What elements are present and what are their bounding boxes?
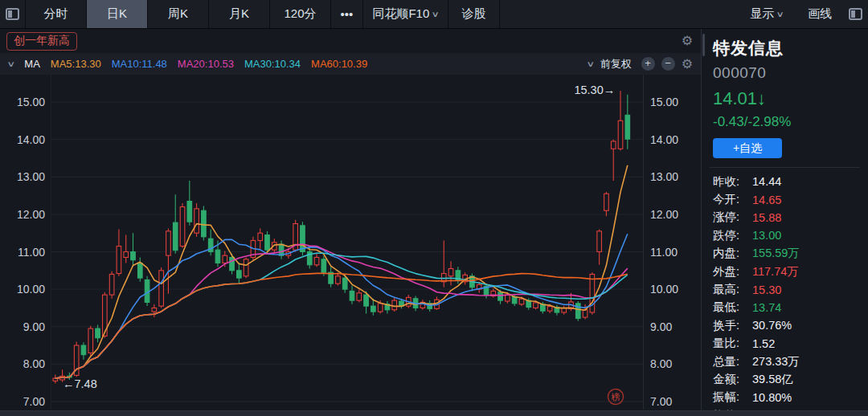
svg-text:11.00: 11.00 bbox=[650, 246, 678, 259]
svg-text:9.00: 9.00 bbox=[23, 320, 45, 333]
candles bbox=[53, 91, 630, 384]
stat-row-9: 量比:1.52 bbox=[713, 335, 860, 353]
stat-label: 外盘: bbox=[713, 264, 752, 279]
stat-value: 14.65 bbox=[752, 194, 781, 206]
ma-items: MA5:13.30MA10:11.48MA20:10.53MA30:10.34M… bbox=[51, 58, 367, 70]
zoom-in-button[interactable]: + bbox=[641, 57, 655, 71]
svg-text:榜: 榜 bbox=[611, 391, 621, 402]
stat-value: 39.58亿 bbox=[752, 372, 793, 387]
stat-label: 金额: bbox=[713, 372, 752, 387]
gear-icon[interactable]: ⚙ bbox=[682, 35, 693, 47]
svg-text:10.00: 10.00 bbox=[650, 283, 678, 296]
stat-label: 换手: bbox=[713, 318, 752, 333]
stock-app-window: 分时日K周K月K120分•••同花顺F10∨诊股 显示∨画线 创一年新高 ⚙ ∨… bbox=[0, 0, 868, 416]
stat-value: 30.76% bbox=[752, 319, 792, 332]
svg-text:14.00: 14.00 bbox=[650, 133, 678, 146]
svg-text:13.00: 13.00 bbox=[17, 170, 45, 183]
tab-3[interactable]: 月K bbox=[209, 0, 270, 28]
svg-text:12.00: 12.00 bbox=[650, 208, 678, 221]
stat-value: 13.00 bbox=[752, 229, 781, 242]
stat-label: 昨收: bbox=[713, 174, 752, 190]
tab-7[interactable]: 诊股 bbox=[448, 0, 500, 28]
stat-row-12: 振幅:10.80% bbox=[713, 389, 860, 406]
ma-value-3: MA20:10.53 bbox=[178, 58, 234, 70]
tab-label: 同花顺F10 bbox=[372, 6, 429, 22]
svg-text:14.00: 14.00 bbox=[17, 133, 45, 146]
candlestick-chart-canvas[interactable]: 15.0015.0014.0014.0013.0013.0012.0012.00… bbox=[0, 75, 701, 410]
toolbar-0[interactable]: 显示∨ bbox=[736, 0, 797, 28]
panel-scrollbar[interactable] bbox=[702, 34, 705, 56]
candlestick-chart[interactable]: 15.0015.0014.0014.0013.0013.0012.0012.00… bbox=[0, 75, 701, 410]
panel-layout-left-button[interactable] bbox=[0, 0, 26, 28]
stat-label: 跌停: bbox=[713, 228, 752, 243]
adjust-mode-label[interactable]: 前复权 bbox=[600, 57, 632, 71]
svg-text:8.00: 8.00 bbox=[650, 357, 672, 370]
stat-row-5: 外盘:117.74万 bbox=[713, 263, 860, 280]
panel-divider bbox=[710, 167, 860, 168]
stat-label: 最低: bbox=[713, 300, 752, 315]
svg-text:15.00: 15.00 bbox=[650, 96, 678, 108]
panel-layout-icon bbox=[6, 8, 19, 20]
chart-section: 创一年新高 ⚙ ∨ MA MA5:13.30MA10:11.48MA20:10.… bbox=[0, 29, 701, 410]
tab-label: 诊股 bbox=[462, 6, 486, 22]
svg-text:13.00: 13.00 bbox=[650, 170, 678, 183]
chart-tool-buttons: 显示∨画线 bbox=[736, 0, 842, 28]
add-watchlist-button[interactable]: +自选 bbox=[713, 138, 782, 158]
stat-row-3: 跌停:13.00 bbox=[713, 226, 860, 244]
ma-value-1: MA5:13.30 bbox=[51, 58, 101, 70]
tab-5[interactable]: ••• bbox=[331, 0, 363, 28]
tab-4[interactable]: 120分 bbox=[270, 0, 331, 28]
tab-label: 显示 bbox=[750, 6, 774, 22]
period-tabs: 分时日K周K月K120分•••同花顺F10∨诊股 bbox=[26, 0, 500, 28]
tab-label: 周K bbox=[168, 6, 188, 22]
stock-name: 特发信息 bbox=[713, 37, 860, 59]
ma-indicator-row: ∨ MA MA5:13.30MA10:11.48MA20:10.53MA30:1… bbox=[0, 53, 701, 75]
stat-row-7: 最低:13.74 bbox=[713, 299, 860, 316]
ma-value-5: MA60:10.39 bbox=[311, 58, 367, 70]
svg-text:10.00: 10.00 bbox=[17, 283, 45, 296]
tab-label: 日K bbox=[107, 6, 127, 22]
toolbar-1[interactable]: 画线 bbox=[797, 0, 842, 28]
tab-2[interactable]: 周K bbox=[148, 0, 209, 28]
quote-panel: 特发信息 000070 14.01↓ -0.43/-2.98% +自选 昨收:1… bbox=[701, 29, 868, 410]
svg-text:7.00: 7.00 bbox=[23, 395, 45, 408]
tab-6[interactable]: 同花顺F10∨ bbox=[363, 0, 448, 28]
stat-value: 1.52 bbox=[752, 337, 775, 350]
price-change: -0.43/-2.98% bbox=[713, 114, 860, 130]
grid-lines bbox=[51, 75, 644, 410]
chart-signal-row: 创一年新高 ⚙ bbox=[0, 29, 701, 53]
ma-controls: ∨ 前复权 + − ⚙ bbox=[588, 57, 693, 71]
stat-row-10: 总量:273.33万 bbox=[713, 353, 860, 370]
tab-1[interactable]: 日K bbox=[87, 0, 148, 28]
stat-label: 涨停: bbox=[713, 210, 752, 225]
stat-label: 振幅: bbox=[713, 389, 752, 405]
new-high-badge: 创一年新高 bbox=[6, 32, 77, 51]
svg-text:12.00: 12.00 bbox=[17, 208, 45, 221]
chevron-down-icon[interactable]: ∨ bbox=[6, 59, 15, 68]
stat-row-6: 最高:15.30 bbox=[713, 280, 860, 298]
ma-value-2: MA10:11.48 bbox=[112, 58, 167, 70]
stat-value: 117.74万 bbox=[752, 264, 799, 279]
panel-layout-icon bbox=[849, 8, 862, 20]
stat-label: 今开: bbox=[713, 192, 752, 207]
chevron-down-icon[interactable]: ∨ bbox=[586, 59, 595, 68]
stat-value: 10.80% bbox=[752, 391, 792, 404]
svg-text:7.00: 7.00 bbox=[650, 395, 672, 408]
svg-text:9.00: 9.00 bbox=[650, 320, 672, 333]
tab-label: 分时 bbox=[44, 6, 68, 22]
bang-stamp-icon[interactable]: 榜 bbox=[607, 388, 624, 405]
stat-value: 15.30 bbox=[752, 283, 781, 296]
stat-row-1: 今开:14.65 bbox=[713, 190, 860, 208]
tab-0[interactable]: 分时 bbox=[26, 0, 87, 28]
gear-icon[interactable]: ⚙ bbox=[682, 58, 693, 71]
stat-row-4: 内盘:155.59万 bbox=[713, 245, 860, 263]
stat-label: 量比: bbox=[713, 336, 752, 351]
chevron-down-icon: ∨ bbox=[432, 10, 440, 18]
stat-label: 内盘: bbox=[713, 246, 752, 261]
stat-value: 15.88 bbox=[752, 211, 781, 224]
zoom-out-button[interactable]: − bbox=[661, 57, 675, 71]
stat-value: 155.59万 bbox=[752, 246, 800, 261]
panel-layout-right-button[interactable] bbox=[842, 0, 868, 28]
stat-row-2: 涨停:15.88 bbox=[713, 209, 860, 226]
stat-row-11: 金额:39.58亿 bbox=[713, 370, 860, 388]
